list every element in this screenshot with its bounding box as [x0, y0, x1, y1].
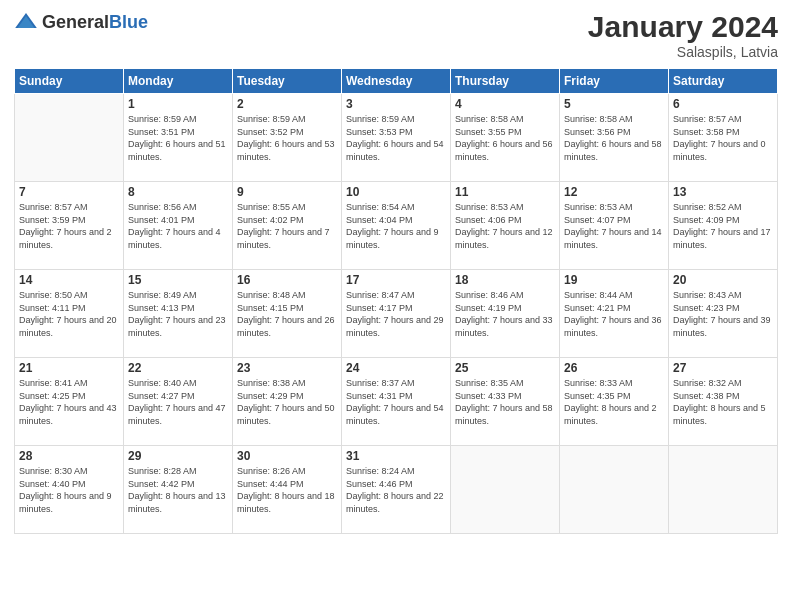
day-info: Sunrise: 8:48 AMSunset: 4:15 PMDaylight:… — [237, 289, 337, 339]
day-info: Sunrise: 8:57 AMSunset: 3:59 PMDaylight:… — [19, 201, 119, 251]
day-number: 15 — [128, 273, 228, 287]
day-info: Sunrise: 8:54 AMSunset: 4:04 PMDaylight:… — [346, 201, 446, 251]
day-info: Sunrise: 8:35 AMSunset: 4:33 PMDaylight:… — [455, 377, 555, 427]
day-number: 17 — [346, 273, 446, 287]
day-info: Sunrise: 8:56 AMSunset: 4:01 PMDaylight:… — [128, 201, 228, 251]
day-info: Sunrise: 8:49 AMSunset: 4:13 PMDaylight:… — [128, 289, 228, 339]
calendar-cell — [560, 446, 669, 534]
calendar-cell: 31Sunrise: 8:24 AMSunset: 4:46 PMDayligh… — [342, 446, 451, 534]
calendar-week-1: 1Sunrise: 8:59 AMSunset: 3:51 PMDaylight… — [15, 94, 778, 182]
col-thursday: Thursday — [451, 69, 560, 94]
calendar-cell: 7Sunrise: 8:57 AMSunset: 3:59 PMDaylight… — [15, 182, 124, 270]
day-number: 2 — [237, 97, 337, 111]
header-row: Sunday Monday Tuesday Wednesday Thursday… — [15, 69, 778, 94]
day-number: 25 — [455, 361, 555, 375]
calendar-cell: 29Sunrise: 8:28 AMSunset: 4:42 PMDayligh… — [124, 446, 233, 534]
col-sunday: Sunday — [15, 69, 124, 94]
day-info: Sunrise: 8:46 AMSunset: 4:19 PMDaylight:… — [455, 289, 555, 339]
day-number: 8 — [128, 185, 228, 199]
calendar-cell: 8Sunrise: 8:56 AMSunset: 4:01 PMDaylight… — [124, 182, 233, 270]
month-year: January 2024 — [588, 10, 778, 44]
calendar-week-3: 14Sunrise: 8:50 AMSunset: 4:11 PMDayligh… — [15, 270, 778, 358]
col-tuesday: Tuesday — [233, 69, 342, 94]
calendar-cell: 16Sunrise: 8:48 AMSunset: 4:15 PMDayligh… — [233, 270, 342, 358]
calendar-cell: 10Sunrise: 8:54 AMSunset: 4:04 PMDayligh… — [342, 182, 451, 270]
day-info: Sunrise: 8:57 AMSunset: 3:58 PMDaylight:… — [673, 113, 773, 163]
location: Salaspils, Latvia — [588, 44, 778, 60]
day-info: Sunrise: 8:37 AMSunset: 4:31 PMDaylight:… — [346, 377, 446, 427]
calendar-cell: 5Sunrise: 8:58 AMSunset: 3:56 PMDaylight… — [560, 94, 669, 182]
col-wednesday: Wednesday — [342, 69, 451, 94]
calendar-cell: 6Sunrise: 8:57 AMSunset: 3:58 PMDaylight… — [669, 94, 778, 182]
day-info: Sunrise: 8:50 AMSunset: 4:11 PMDaylight:… — [19, 289, 119, 339]
day-number: 13 — [673, 185, 773, 199]
calendar-cell: 17Sunrise: 8:47 AMSunset: 4:17 PMDayligh… — [342, 270, 451, 358]
page-container: GeneralBlue January 2024 Salaspils, Latv… — [0, 0, 792, 544]
calendar-cell: 30Sunrise: 8:26 AMSunset: 4:44 PMDayligh… — [233, 446, 342, 534]
day-info: Sunrise: 8:24 AMSunset: 4:46 PMDaylight:… — [346, 465, 446, 515]
day-number: 31 — [346, 449, 446, 463]
day-info: Sunrise: 8:30 AMSunset: 4:40 PMDaylight:… — [19, 465, 119, 515]
day-number: 5 — [564, 97, 664, 111]
logo: GeneralBlue — [14, 10, 148, 34]
day-number: 16 — [237, 273, 337, 287]
page-header: GeneralBlue January 2024 Salaspils, Latv… — [14, 10, 778, 60]
day-number: 14 — [19, 273, 119, 287]
day-info: Sunrise: 8:40 AMSunset: 4:27 PMDaylight:… — [128, 377, 228, 427]
calendar-cell — [451, 446, 560, 534]
day-info: Sunrise: 8:41 AMSunset: 4:25 PMDaylight:… — [19, 377, 119, 427]
day-info: Sunrise: 8:55 AMSunset: 4:02 PMDaylight:… — [237, 201, 337, 251]
col-saturday: Saturday — [669, 69, 778, 94]
calendar-week-5: 28Sunrise: 8:30 AMSunset: 4:40 PMDayligh… — [15, 446, 778, 534]
calendar-table: Sunday Monday Tuesday Wednesday Thursday… — [14, 68, 778, 534]
calendar-cell: 9Sunrise: 8:55 AMSunset: 4:02 PMDaylight… — [233, 182, 342, 270]
calendar-cell: 23Sunrise: 8:38 AMSunset: 4:29 PMDayligh… — [233, 358, 342, 446]
calendar-cell: 19Sunrise: 8:44 AMSunset: 4:21 PMDayligh… — [560, 270, 669, 358]
day-info: Sunrise: 8:59 AMSunset: 3:52 PMDaylight:… — [237, 113, 337, 163]
calendar-cell: 22Sunrise: 8:40 AMSunset: 4:27 PMDayligh… — [124, 358, 233, 446]
calendar-cell: 2Sunrise: 8:59 AMSunset: 3:52 PMDaylight… — [233, 94, 342, 182]
day-info: Sunrise: 8:47 AMSunset: 4:17 PMDaylight:… — [346, 289, 446, 339]
day-info: Sunrise: 8:58 AMSunset: 3:56 PMDaylight:… — [564, 113, 664, 163]
day-number: 19 — [564, 273, 664, 287]
calendar-cell: 28Sunrise: 8:30 AMSunset: 4:40 PMDayligh… — [15, 446, 124, 534]
day-number: 1 — [128, 97, 228, 111]
day-info: Sunrise: 8:44 AMSunset: 4:21 PMDaylight:… — [564, 289, 664, 339]
calendar-cell: 1Sunrise: 8:59 AMSunset: 3:51 PMDaylight… — [124, 94, 233, 182]
day-info: Sunrise: 8:58 AMSunset: 3:55 PMDaylight:… — [455, 113, 555, 163]
calendar-week-2: 7Sunrise: 8:57 AMSunset: 3:59 PMDaylight… — [15, 182, 778, 270]
calendar-cell: 13Sunrise: 8:52 AMSunset: 4:09 PMDayligh… — [669, 182, 778, 270]
day-number: 18 — [455, 273, 555, 287]
day-number: 11 — [455, 185, 555, 199]
calendar-cell: 25Sunrise: 8:35 AMSunset: 4:33 PMDayligh… — [451, 358, 560, 446]
day-number: 22 — [128, 361, 228, 375]
day-number: 20 — [673, 273, 773, 287]
calendar-cell: 12Sunrise: 8:53 AMSunset: 4:07 PMDayligh… — [560, 182, 669, 270]
day-info: Sunrise: 8:52 AMSunset: 4:09 PMDaylight:… — [673, 201, 773, 251]
day-info: Sunrise: 8:28 AMSunset: 4:42 PMDaylight:… — [128, 465, 228, 515]
calendar-cell: 26Sunrise: 8:33 AMSunset: 4:35 PMDayligh… — [560, 358, 669, 446]
day-number: 6 — [673, 97, 773, 111]
day-number: 29 — [128, 449, 228, 463]
day-number: 24 — [346, 361, 446, 375]
day-number: 21 — [19, 361, 119, 375]
title-block: January 2024 Salaspils, Latvia — [588, 10, 778, 60]
day-number: 9 — [237, 185, 337, 199]
day-number: 3 — [346, 97, 446, 111]
calendar-cell: 3Sunrise: 8:59 AMSunset: 3:53 PMDaylight… — [342, 94, 451, 182]
day-info: Sunrise: 8:32 AMSunset: 4:38 PMDaylight:… — [673, 377, 773, 427]
day-number: 10 — [346, 185, 446, 199]
day-info: Sunrise: 8:53 AMSunset: 4:07 PMDaylight:… — [564, 201, 664, 251]
day-info: Sunrise: 8:38 AMSunset: 4:29 PMDaylight:… — [237, 377, 337, 427]
day-info: Sunrise: 8:53 AMSunset: 4:06 PMDaylight:… — [455, 201, 555, 251]
day-info: Sunrise: 8:43 AMSunset: 4:23 PMDaylight:… — [673, 289, 773, 339]
calendar-cell: 15Sunrise: 8:49 AMSunset: 4:13 PMDayligh… — [124, 270, 233, 358]
day-number: 26 — [564, 361, 664, 375]
calendar-week-4: 21Sunrise: 8:41 AMSunset: 4:25 PMDayligh… — [15, 358, 778, 446]
logo-blue: Blue — [109, 12, 148, 32]
calendar-cell — [669, 446, 778, 534]
col-friday: Friday — [560, 69, 669, 94]
calendar-cell: 20Sunrise: 8:43 AMSunset: 4:23 PMDayligh… — [669, 270, 778, 358]
day-number: 23 — [237, 361, 337, 375]
day-number: 30 — [237, 449, 337, 463]
